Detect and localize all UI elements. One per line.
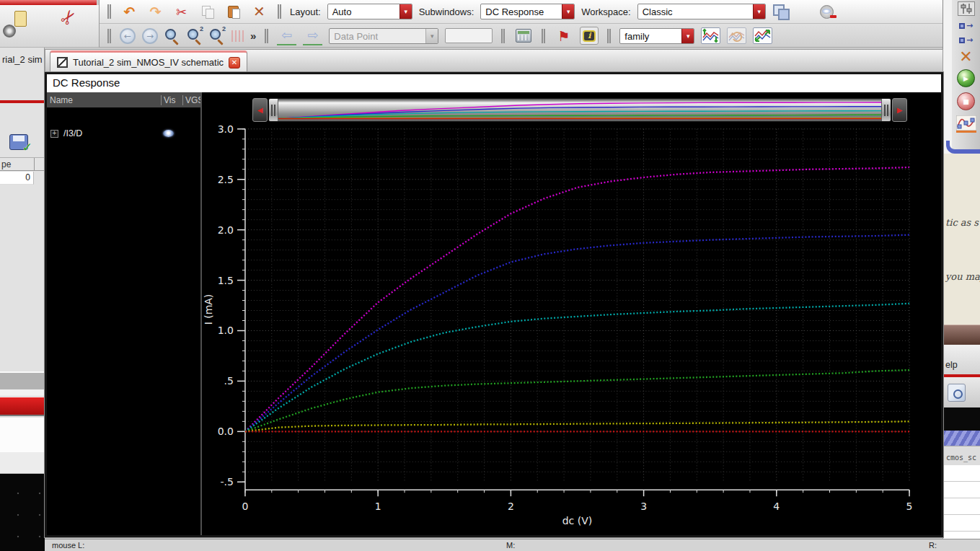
chevron-down-icon: ▾ bbox=[562, 4, 574, 19]
undo-button[interactable]: ↶ bbox=[120, 2, 139, 22]
toolbar-drag-handle[interactable] bbox=[107, 4, 111, 19]
mouse-right-binding: R: bbox=[929, 541, 937, 550]
datapoint-input[interactable] bbox=[445, 28, 493, 43]
previous-point-button[interactable]: ⇦ bbox=[277, 26, 296, 45]
divider bbox=[0, 100, 45, 103]
stretch-icon[interactable] bbox=[231, 30, 244, 42]
signal-panel: Name Vis VGS + /I3/D bbox=[47, 92, 202, 535]
background-document: tic as s you may bbox=[943, 154, 980, 325]
paste-icon bbox=[228, 6, 239, 18]
settings-document-icon[interactable] bbox=[3, 9, 29, 40]
sliders-icon[interactable] bbox=[958, 1, 975, 16]
background-tab-fragment[interactable]: rial_2 sim bbox=[2, 54, 43, 65]
save-workspace-button[interactable] bbox=[772, 2, 792, 22]
plot-area: 3.02.52.01.51.0.50.0-.5012345I (mA)dc (V… bbox=[202, 92, 941, 535]
forward-button[interactable]: → bbox=[142, 28, 158, 44]
mouse-left-binding: mouse L: bbox=[52, 541, 84, 550]
toolbar-drag-handle[interactable] bbox=[265, 29, 268, 43]
workspace-select[interactable]: Classic ▾ bbox=[637, 4, 766, 19]
netlist-run-icon[interactable]: → bbox=[959, 35, 973, 45]
toolbar-drag-handle[interactable] bbox=[607, 29, 611, 43]
waveform-icon[interactable] bbox=[956, 115, 976, 136]
redo-button[interactable]: ↷ bbox=[146, 2, 165, 22]
delete-workspace-button[interactable] bbox=[818, 2, 838, 22]
back-button[interactable]: ← bbox=[120, 28, 136, 44]
layout-value: Auto bbox=[328, 4, 399, 19]
slider-grip-left[interactable] bbox=[269, 99, 278, 121]
column-vis[interactable]: Vis bbox=[161, 95, 182, 105]
zoom-region-icon[interactable] bbox=[948, 384, 966, 402]
slider-left-arrow[interactable]: ◀ bbox=[252, 98, 268, 122]
marker-flag-button[interactable]: ⚑ bbox=[554, 26, 573, 45]
stop-simulation-button[interactable]: ■ bbox=[957, 92, 975, 110]
svg-text:5: 5 bbox=[906, 501, 913, 512]
zoom-fit-icon[interactable] bbox=[164, 28, 180, 44]
next-point-button[interactable]: ⇨ bbox=[303, 26, 322, 45]
signal-name[interactable]: /I3/D bbox=[63, 128, 82, 138]
tab-dc-response[interactable]: Tutorial_2 sim_NMOS_IV schematic ✕ bbox=[50, 50, 247, 72]
delete-button[interactable]: ✕ bbox=[250, 2, 269, 22]
column-vgs[interactable]: VGS bbox=[182, 95, 200, 105]
netlist-icon[interactable]: → bbox=[959, 21, 973, 30]
fit-plot-icon[interactable] bbox=[753, 27, 772, 44]
background-list-header: cmos_sc bbox=[943, 446, 980, 465]
svg-text:I (mA): I (mA) bbox=[203, 294, 214, 325]
slider-track[interactable] bbox=[268, 98, 891, 122]
signal-panel-header: Name Vis VGS bbox=[47, 92, 200, 107]
waveform-window: Tutorial_2 sim_NMOS_IV schematic ✕ DC Re… bbox=[45, 49, 943, 539]
layout-select[interactable]: Auto ▾ bbox=[327, 4, 412, 19]
workspace-label: Workspace: bbox=[581, 6, 630, 17]
zoom-factor-badge: 2 bbox=[222, 25, 226, 32]
info-bubble-icon: i bbox=[583, 30, 596, 42]
expand-icon[interactable]: + bbox=[50, 130, 58, 138]
document-icon bbox=[14, 11, 27, 27]
plot-canvas[interactable]: 3.02.52.01.51.0.50.0-.5012345I (mA)dc (V… bbox=[202, 92, 941, 535]
slider-right-arrow[interactable]: ▶ bbox=[892, 98, 907, 122]
plot-mode-value: family bbox=[620, 29, 681, 43]
copy-button[interactable] bbox=[198, 2, 217, 22]
paste-button[interactable] bbox=[224, 2, 243, 22]
toolbar-drag-handle[interactable] bbox=[107, 29, 111, 43]
update-plot-icon[interactable] bbox=[701, 27, 720, 44]
toolbar-drag-handle[interactable] bbox=[542, 29, 545, 43]
background-canvas-fragment bbox=[943, 407, 980, 431]
subwindows-label: Subwindows: bbox=[419, 6, 474, 17]
plot-title: DC Response bbox=[47, 74, 941, 92]
save-check-icon[interactable]: ✓ bbox=[9, 134, 28, 150]
chevron-down-icon: ▾ bbox=[399, 4, 412, 19]
svg-text:4: 4 bbox=[773, 501, 780, 512]
divider bbox=[0, 389, 45, 397]
zoom-out-icon[interactable]: 2 bbox=[209, 28, 225, 44]
toolbar-overflow-chevron[interactable]: » bbox=[250, 30, 256, 42]
background-toolbar-fragment: ✂ bbox=[0, 5, 99, 48]
background-window-right: → → ✕ ▶ ■ tic as s you may elp bbox=[943, 0, 980, 551]
wire-cut-icon[interactable]: ✂ bbox=[55, 4, 81, 30]
menu-item-fragment[interactable]: elp bbox=[945, 360, 958, 370]
calculator-button[interactable] bbox=[513, 26, 533, 45]
label-info-button[interactable]: i bbox=[580, 27, 599, 45]
subwindows-select[interactable]: DC Response ▾ bbox=[480, 4, 575, 19]
background-panel bbox=[943, 0, 952, 154]
svg-text:-.5: -.5 bbox=[221, 476, 234, 488]
toolbar-drag-handle[interactable] bbox=[278, 4, 281, 19]
toolbar-drag-handle[interactable] bbox=[501, 29, 505, 43]
refresh-plot-icon[interactable] bbox=[727, 27, 746, 44]
column-name[interactable]: Name bbox=[47, 95, 161, 105]
run-simulation-button[interactable]: ▶ bbox=[957, 69, 975, 87]
cut-button[interactable]: ✂ bbox=[172, 2, 191, 22]
close-icon[interactable]: ✕ bbox=[229, 57, 240, 69]
signal-row[interactable]: + /I3/D bbox=[47, 127, 200, 140]
svg-text:2.5: 2.5 bbox=[218, 174, 234, 185]
slider-grip-right[interactable] bbox=[881, 99, 891, 121]
calculator-icon bbox=[516, 29, 531, 43]
zoom-in-icon[interactable]: 2 bbox=[187, 28, 203, 44]
toolbar-row-1: ↶ ↷ ✂ ✕ Layout: Auto ▾ Subwindows: DC Re… bbox=[100, 0, 958, 24]
schematic-canvas-fragment[interactable] bbox=[0, 474, 45, 551]
visibility-eye-icon[interactable] bbox=[163, 130, 174, 137]
svg-text:0: 0 bbox=[242, 501, 248, 512]
datapoint-select[interactable]: Data Point ▾ bbox=[329, 28, 438, 44]
plot-content: Name Vis VGS + /I3/D 3.02.52.01.51.0.50.… bbox=[47, 92, 941, 535]
layout-label: Layout: bbox=[290, 6, 321, 17]
plot-mode-select[interactable]: family ▾ bbox=[619, 28, 694, 44]
cancel-run-icon[interactable]: ✕ bbox=[959, 50, 972, 64]
